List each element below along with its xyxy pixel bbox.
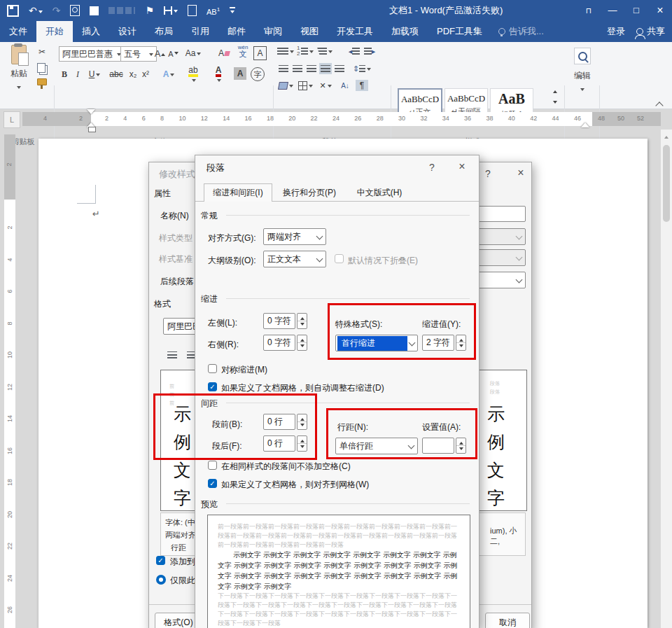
- increase-indent-icon[interactable]: ▸: [363, 46, 377, 57]
- align-left-icon[interactable]: [277, 63, 290, 74]
- modify-close-button[interactable]: ×: [513, 167, 528, 179]
- left-indent-marker[interactable]: [88, 127, 96, 132]
- ribbon-display-options-icon[interactable]: ⊓: [577, 0, 601, 21]
- font-size-combo[interactable]: 五号: [120, 46, 157, 62]
- font-color-icon[interactable]: A: [209, 67, 228, 81]
- print-preview-icon[interactable]: [70, 5, 80, 16]
- underline-button[interactable]: U: [85, 67, 104, 81]
- indent-right-input[interactable]: 0 字符: [263, 335, 295, 351]
- clear-formatting-icon[interactable]: A: [217, 46, 231, 60]
- ribbon-tab[interactable]: 邮件: [218, 21, 255, 42]
- line-spacing-icon[interactable]: ⇕: [353, 63, 371, 74]
- decrease-indent-icon[interactable]: ◂: [347, 46, 361, 57]
- paragraph-close-button[interactable]: ×: [454, 160, 470, 173]
- vertical-ruler[interactable]: 2 2468101214161820222426: [4, 134, 15, 628]
- format-painter-icon[interactable]: [37, 78, 47, 85]
- enclose-characters-icon[interactable]: 字: [251, 67, 265, 81]
- add-to-gallery-checkbox[interactable]: ✓: [156, 556, 165, 565]
- space-before-input[interactable]: 0 行: [263, 414, 295, 430]
- first-line-indent-marker[interactable]: [87, 109, 95, 118]
- subscript-button[interactable]: x₂: [127, 67, 139, 81]
- align-center-icon[interactable]: [291, 63, 304, 74]
- show-hide-pilcrow-icon[interactable]: ¶: [356, 80, 368, 91]
- borders-icon[interactable]: [297, 80, 314, 91]
- grow-font-icon[interactable]: A: [154, 46, 166, 60]
- qat-more-icon[interactable]: [230, 7, 235, 14]
- scroll-up-icon[interactable]: [553, 88, 557, 93]
- distribute-icon[interactable]: [333, 63, 346, 74]
- ribbon-tab[interactable]: 布局: [146, 21, 182, 42]
- alignment-select[interactable]: 两端对齐: [263, 228, 326, 245]
- editing-button[interactable]: 编辑: [570, 48, 595, 95]
- ribbon-tab[interactable]: 加载项: [382, 21, 428, 42]
- minimize-button[interactable]: —: [601, 0, 624, 21]
- ribbon-tab[interactable]: PDF工具集: [428, 21, 491, 42]
- special-format-select[interactable]: 首行缩进: [335, 335, 418, 351]
- scrollbar-thumb[interactable]: [663, 145, 670, 222]
- sort-icon[interactable]: A↓: [337, 80, 353, 91]
- line-spacing-select[interactable]: 单倍行距: [335, 438, 418, 454]
- style-align-left-icon[interactable]: [166, 350, 178, 360]
- right-indent-marker[interactable]: [581, 118, 589, 127]
- italic-button[interactable]: I: [73, 67, 83, 81]
- space-after-input[interactable]: 0 行: [263, 435, 295, 452]
- superscript-button[interactable]: x²: [140, 67, 151, 81]
- flag-icon[interactable]: ⚑: [145, 0, 154, 21]
- only-this-document-radio[interactable]: [156, 575, 166, 585]
- format-swatch-icon[interactable]: [90, 6, 99, 15]
- tab-line-page-breaks[interactable]: 换行和分页(P): [274, 183, 345, 202]
- mirror-indents-checkbox[interactable]: [208, 364, 217, 373]
- save-icon[interactable]: [7, 5, 19, 17]
- space-before-spinner[interactable]: [297, 414, 307, 430]
- no-space-same-style-checkbox[interactable]: [208, 461, 217, 470]
- ribbon-tab[interactable]: 文件: [0, 21, 36, 42]
- font-name-combo[interactable]: 阿里巴巴普惠: [59, 46, 125, 62]
- text-effects-icon[interactable]: A: [160, 67, 178, 81]
- scrollbar-up-icon[interactable]: [664, 134, 668, 139]
- vertical-scrollbar[interactable]: [661, 130, 672, 628]
- ribbon-tab[interactable]: 设计: [109, 21, 146, 42]
- justify-icon[interactable]: [319, 63, 332, 74]
- shading-icon[interactable]: [277, 80, 294, 91]
- shrink-font-icon[interactable]: A: [168, 48, 178, 60]
- bold-button[interactable]: B: [59, 67, 70, 81]
- indent-left-spinner[interactable]: [297, 313, 307, 329]
- copy-icon[interactable]: [37, 63, 46, 73]
- tell-me-box[interactable]: 告诉我...: [491, 21, 551, 42]
- ribbon-tab[interactable]: 引用: [182, 21, 218, 42]
- strikethrough-button[interactable]: abc: [108, 67, 125, 81]
- close-button[interactable]: ×: [648, 0, 672, 21]
- ribbon-tab[interactable]: 视图: [291, 21, 328, 42]
- indent-by-input[interactable]: 2 字符: [422, 335, 454, 351]
- numbering-icon[interactable]: 12: [297, 46, 314, 57]
- undo-icon[interactable]: ↶: [29, 0, 43, 21]
- phonetic-guide-icon[interactable]: wén文: [237, 45, 249, 58]
- new-document-icon[interactable]: [188, 5, 197, 16]
- character-border-icon[interactable]: A: [253, 46, 267, 60]
- collapse-ribbon-icon[interactable]: [657, 101, 665, 106]
- indent-left-input[interactable]: 0 字符: [263, 313, 295, 329]
- modify-help-button[interactable]: ?: [481, 168, 495, 179]
- ribbon-tab[interactable]: 插入: [73, 21, 109, 42]
- modify-cancel-button[interactable]: 取消: [485, 613, 530, 628]
- maximize-button[interactable]: □: [624, 0, 648, 21]
- horizontal-ruler[interactable]: 42 2468101214161820222426283032343638404…: [22, 112, 661, 126]
- tab-selector[interactable]: L: [4, 111, 20, 128]
- tab-indents-spacing[interactable]: 缩进和间距(I): [204, 183, 272, 202]
- snap-to-grid-checkbox[interactable]: ✓: [208, 479, 217, 488]
- bullets-icon[interactable]: [277, 46, 294, 57]
- asian-layout-icon[interactable]: ✕: [316, 80, 335, 91]
- spacing-at-spinner[interactable]: [456, 438, 466, 454]
- scroll-down-icon[interactable]: [553, 101, 557, 106]
- spacing-at-input[interactable]: [422, 438, 454, 454]
- cut-icon[interactable]: ✂: [35, 46, 49, 57]
- space-after-spinner[interactable]: [297, 435, 307, 452]
- ribbon-tab[interactable]: 审阅: [255, 21, 291, 42]
- indent-by-spinner[interactable]: [456, 335, 466, 351]
- highlight-color-icon[interactable]: ab: [183, 67, 203, 81]
- ribbon-tab[interactable]: 开始: [36, 21, 73, 42]
- change-case-icon[interactable]: Aa: [183, 46, 203, 60]
- multilevel-list-icon[interactable]: [316, 46, 333, 57]
- auto-adjust-right-indent-checkbox[interactable]: ✓: [208, 382, 217, 391]
- character-shading-icon[interactable]: A: [234, 67, 246, 80]
